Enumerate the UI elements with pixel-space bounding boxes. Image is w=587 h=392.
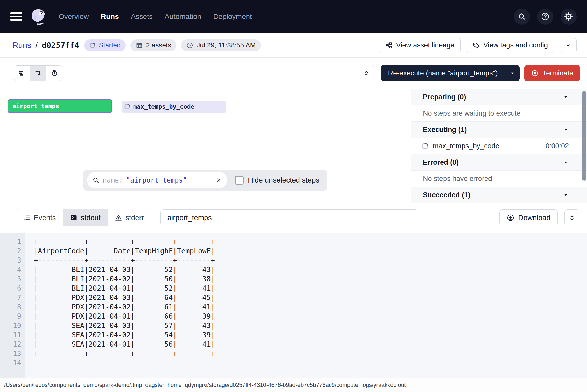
view-waterfall-button[interactable] [30,66,46,81]
zoom-fit-button[interactable] [359,65,374,81]
clear-filter-icon[interactable] [215,177,222,184]
stopwatch-icon [51,69,58,77]
view-tags-config-button[interactable]: View tags and config [466,38,554,53]
step-node-label: airport_temps [12,103,59,109]
step-name: max_temps_by_code [433,142,499,150]
nav-item-runs[interactable]: Runs [101,12,119,21]
empty-state-preparing: No steps are waiting to execute [411,105,587,122]
download-label: Download [518,214,550,222]
log-line: 10| SEA|2021-04-03| 57| 43| [0,321,587,330]
nav-item-deployment[interactable]: Deployment [213,12,252,21]
status-badge: Started [84,39,126,51]
run-body: Re-execute (name:"airport_temps") Termin… [0,58,587,203]
caret-down-icon [563,127,569,133]
spinner-icon [124,103,131,110]
log-line: 2|AirportCode| Date|TempHighF|TempLowF| [0,246,587,256]
log-step-input[interactable] [160,209,418,226]
stdout-log-viewer[interactable]: 1+-----------+----------+---------+-----… [0,233,587,378]
reexecute-label: Re-execute (name:"airport_temps") [388,69,498,77]
lineage-icon [385,42,393,49]
tab-stderr[interactable]: stderr [108,209,151,226]
breadcrumb-separator: / [35,41,38,50]
search-button[interactable] [514,9,530,25]
run-id: d0257ff4 [42,41,79,50]
view-flat-button[interactable] [14,66,30,81]
dagster-logo[interactable] [30,8,47,25]
view-timer-button[interactable] [46,66,62,81]
event-list-icon [23,214,30,221]
updown-chevrons-icon [363,70,370,76]
log-text: | SEA|2021-04-02| 54| 39| [25,330,215,340]
view-asset-lineage-button[interactable]: View asset lineage [379,38,461,53]
terminate-button[interactable]: Terminate [524,65,580,81]
download-icon [507,214,514,222]
log-text: | BLI|2021-04-01| 52| 41| [25,284,215,293]
tab-label: stdout [81,214,101,222]
assets-badge[interactable]: 2 assets [130,39,176,51]
primary-nav: Overview Runs Assets Automation Deployme… [59,12,252,21]
view-asset-lineage-label: View asset lineage [396,41,455,49]
section-header-executing[interactable]: Executing (1) [411,122,587,138]
line-number: 7 [0,293,25,302]
empty-state-errored: No steps have errored [411,171,587,187]
tab-events[interactable]: Events [16,209,63,226]
line-number: 13 [0,349,25,358]
clock-icon [186,42,193,49]
caret-down-icon [563,159,569,165]
log-line: 13+-----------+----------+---------+----… [0,349,587,358]
log-line: 5| BLI|2021-04-02| 50| 38| [0,274,587,284]
menu-button[interactable] [10,12,22,21]
more-actions-button[interactable] [560,38,577,53]
section-header-errored[interactable]: Errored (0) [411,154,587,171]
panel-scrollbar[interactable] [582,91,586,181]
caret-down-icon [563,192,569,198]
view-tags-config-label: View tags and config [483,41,548,49]
help-button[interactable] [537,9,553,25]
gantt-waterfall-icon [34,69,42,77]
section-title: Preparing (0) [423,93,466,101]
caret-down-icon [563,94,569,100]
reexecute-options-button[interactable] [505,65,520,81]
nav-item-automation[interactable]: Automation [165,12,201,21]
assets-count-label: 2 assets [146,41,171,49]
search-icon [92,177,100,184]
log-line: 9| PDX|2021-04-01| 66| 39| [0,312,587,321]
tag-icon [472,42,480,49]
breadcrumb-runs-link[interactable]: Runs [12,41,31,50]
step-node-max-temps-by-code[interactable]: max_temps_by_code [122,101,226,113]
tab-stdout[interactable]: stdout [63,209,108,226]
top-nav: Overview Runs Assets Automation Deployme… [0,0,587,33]
line-number: 9 [0,312,25,321]
section-header-succeeded[interactable]: Succeeded (1) [411,187,587,203]
download-button[interactable]: Download [499,209,558,226]
reexecute-button[interactable]: Re-execute (name:"airport_temps") [381,65,505,81]
spinner-icon [89,42,96,49]
section-header-preparing[interactable]: Preparing (0) [411,89,587,105]
table-grid-icon [136,42,143,49]
gear-icon [564,12,573,21]
expand-log-button[interactable] [564,209,579,226]
line-number: 1 [0,237,25,246]
nav-item-assets[interactable]: Assets [131,12,153,21]
log-line: 7| PDX|2021-04-03| 64| 45| [0,293,587,302]
step-node-airport-temps[interactable]: airport_temps [8,99,112,113]
hamburger-icon [10,12,22,21]
hide-unselected-checkbox[interactable] [235,176,244,185]
spinner-icon [421,142,429,150]
step-filter-input[interactable]: name: "airport_temps" [87,172,227,188]
step-row-max-temps-by-code[interactable]: max_temps_by_code 0:00:02 [411,138,587,154]
log-line: 12| SEA|2021-04-01| 56| 41| [0,340,587,349]
timestamp-badge: Jul 29, 11:38:55 AM [181,39,261,51]
step-connector-line [112,106,122,106]
log-text: +-----------+----------+---------+------… [25,237,215,246]
log-text: +-----------+----------+---------+------… [25,256,215,265]
caret-down-icon [509,70,515,76]
log-text: | PDX|2021-04-01| 66| 39| [25,312,215,321]
reexecute-split-button: Re-execute (name:"airport_temps") [381,65,520,81]
nav-item-overview[interactable]: Overview [59,12,89,21]
line-number: 11 [0,330,25,340]
line-number: 14 [0,358,25,368]
settings-button[interactable] [561,9,577,25]
help-icon [541,12,550,21]
log-line: 14 [0,358,587,368]
